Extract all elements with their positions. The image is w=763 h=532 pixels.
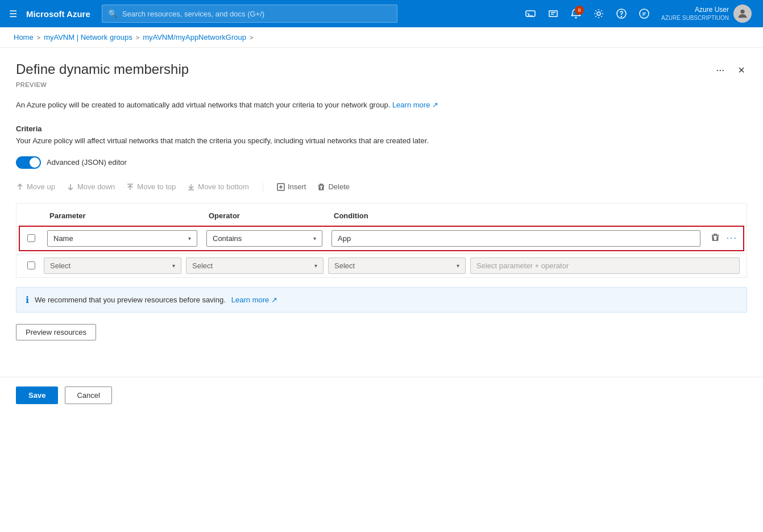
search-bar[interactable]: 🔍 <box>102 5 397 23</box>
row-2-checkbox[interactable] <box>21 261 42 269</box>
settings-icon[interactable] <box>588 3 609 24</box>
directory-icon[interactable] <box>543 3 563 24</box>
breadcrumb-sep-3: > <box>250 34 253 41</box>
page-subtitle: PREVIEW <box>16 81 747 88</box>
svg-point-5 <box>621 16 622 17</box>
condition-disabled-label: Select parameter + operator <box>470 257 740 274</box>
info-text: We recommend that you preview resources … <box>35 296 226 304</box>
criteria-row-1: Name ▾ Contains ▾ ··· <box>19 226 744 251</box>
cancel-button[interactable]: Cancel <box>65 386 111 404</box>
criteria-table: Parameter Operator Condition Name ▾ Cont… <box>16 203 747 278</box>
criteria-toolbar: Move up Move down Move to top Move to bo… <box>16 182 747 192</box>
operator-chevron-2: ▾ <box>314 263 317 269</box>
search-input[interactable] <box>122 10 391 18</box>
condition-placeholder-2: Select <box>334 261 355 270</box>
toggle-knob <box>30 157 40 168</box>
hamburger-icon[interactable]: ☰ <box>7 6 19 22</box>
criteria-row-2: Select ▾ Select ▾ Select ▾ Select parame… <box>16 253 747 277</box>
toolbar-separator <box>263 182 263 192</box>
row-2-checkbox-input[interactable] <box>27 261 35 269</box>
learn-more-link-1[interactable]: Learn more ↗ <box>392 101 438 109</box>
row-1-delete-btn[interactable] <box>710 232 721 245</box>
user-name-label: Azure User AZURE SUBSCRIPTIUON <box>661 6 729 22</box>
feedback-icon[interactable] <box>634 3 654 24</box>
json-editor-toggle[interactable] <box>16 156 41 169</box>
parameter-placeholder-2: Select <box>50 261 71 270</box>
row-2-parameter-cell: Select ▾ <box>42 257 184 274</box>
parameter-chevron-1: ▾ <box>188 235 191 242</box>
footer: Save Cancel <box>0 377 763 413</box>
ellipsis-button[interactable]: ··· <box>711 62 729 78</box>
row-1-actions: ··· <box>705 232 743 245</box>
svg-point-7 <box>740 10 744 14</box>
operator-placeholder-2: Select <box>192 261 213 270</box>
col-header-parameter: Parameter <box>43 211 202 220</box>
toggle-label: Advanced (JSON) editor <box>47 158 127 167</box>
condition-input-1[interactable] <box>331 230 700 247</box>
breadcrumb-home[interactable]: Home <box>14 33 34 41</box>
svg-point-3 <box>597 12 600 15</box>
user-avatar <box>733 5 752 23</box>
page-actions: ··· × <box>711 61 747 79</box>
condition-dropdown-2[interactable]: Select ▾ <box>328 257 466 274</box>
row-2-condition-cell: Select ▾ <box>326 257 468 274</box>
page-title: Define dynamic membership <box>16 61 189 77</box>
criteria-section-title: Criteria <box>16 124 747 133</box>
notification-badge: 8 <box>575 6 584 15</box>
save-button[interactable]: Save <box>16 386 58 404</box>
notifications-icon[interactable]: 8 <box>566 3 586 24</box>
row-1-checkbox-input[interactable] <box>27 234 35 242</box>
help-icon[interactable] <box>611 3 632 24</box>
row-1-parameter-cell: Name ▾ <box>43 230 202 247</box>
move-up-button[interactable]: Move up <box>16 182 55 191</box>
row-2-operator-cell: Select ▾ <box>184 257 326 274</box>
brand-label: Microsoft Azure <box>26 9 90 19</box>
top-nav-icons: 8 Azure User AZURE SUBSCRIPTIUON <box>520 3 756 24</box>
svg-point-6 <box>640 9 649 18</box>
row-1-condition-cell <box>327 230 705 247</box>
parameter-dropdown-1[interactable]: Name ▾ <box>47 230 197 247</box>
breadcrumb-app-network-group[interactable]: myAVNM/myAppNetworkGroup <box>143 33 246 41</box>
breadcrumb: Home > myAVNM | Network groups > myAVNM/… <box>0 27 763 48</box>
breadcrumb-network-groups[interactable]: myAVNM | Network groups <box>44 33 132 41</box>
parameter-value-1: Name <box>53 234 73 243</box>
condition-chevron-2: ▾ <box>457 263 459 269</box>
search-icon: 🔍 <box>108 9 118 18</box>
description-text: An Azure policy will be created to autom… <box>16 99 528 111</box>
operator-chevron-1: ▾ <box>313 235 316 242</box>
move-down-button[interactable]: Move down <box>67 182 115 191</box>
parameter-dropdown-2[interactable]: Select ▾ <box>44 257 181 274</box>
preview-resources-button[interactable]: Preview resources <box>16 324 96 340</box>
user-menu[interactable]: Azure User AZURE SUBSCRIPTIUON <box>657 5 756 23</box>
delete-button[interactable]: Delete <box>317 182 350 191</box>
insert-button[interactable]: Insert <box>277 182 306 191</box>
top-navigation: ☰ Microsoft Azure 🔍 8 Azure User AZURE S… <box>0 0 763 27</box>
row-2-disabled-condition: Select parameter + operator <box>468 257 742 274</box>
info-icon: ℹ <box>26 294 29 305</box>
col-header-operator: Operator <box>202 211 327 220</box>
page-header: Define dynamic membership ··· × <box>16 61 747 79</box>
svg-point-2 <box>575 17 577 19</box>
move-to-bottom-button[interactable]: Move to bottom <box>187 182 249 191</box>
breadcrumb-sep-2: > <box>136 34 139 41</box>
row-1-more-btn[interactable]: ··· <box>725 232 739 244</box>
operator-dropdown-2[interactable]: Select ▾ <box>186 257 324 274</box>
col-header-condition: Condition <box>327 211 452 220</box>
close-button[interactable]: × <box>736 61 747 79</box>
operator-dropdown-1[interactable]: Contains ▾ <box>206 230 322 247</box>
row-1-operator-cell: Contains ▾ <box>202 230 327 247</box>
operator-value-1: Contains <box>213 234 242 243</box>
row-1-checkbox[interactable] <box>20 234 43 242</box>
toggle-row: Advanced (JSON) editor <box>16 156 747 169</box>
breadcrumb-sep-1: > <box>37 34 40 41</box>
learn-more-link-2[interactable]: Learn more ↗ <box>231 296 277 304</box>
move-to-top-button[interactable]: Move to top <box>126 182 176 191</box>
page-content: Define dynamic membership ··· × PREVIEW … <box>0 48 763 377</box>
info-box: ℹ We recommend that you preview resource… <box>16 287 747 313</box>
cloud-shell-icon[interactable] <box>520 3 541 24</box>
criteria-section-desc: Your Azure policy will affect virtual ne… <box>16 136 528 145</box>
title-block: Define dynamic membership <box>16 61 189 77</box>
parameter-chevron-2: ▾ <box>172 263 175 269</box>
